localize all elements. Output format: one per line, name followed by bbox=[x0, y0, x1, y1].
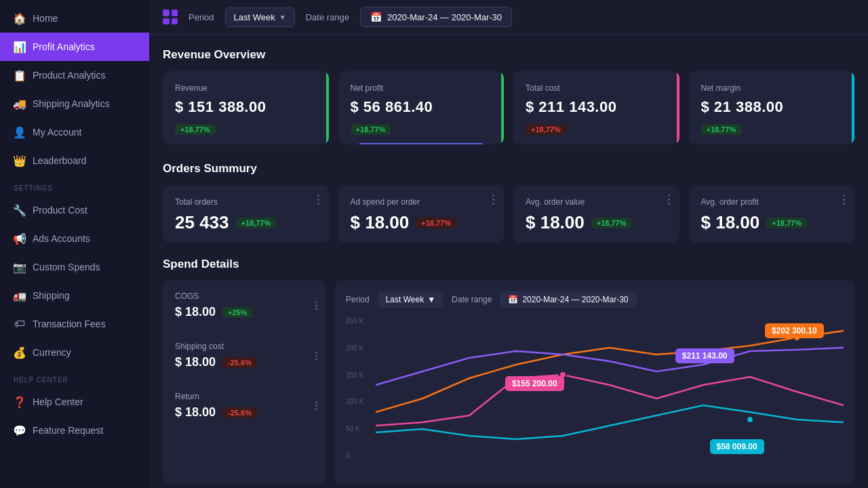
period-value: Last Week bbox=[234, 12, 275, 22]
sidebar-item-help-center[interactable]: ❓ Help Center bbox=[0, 388, 149, 416]
total-cost-accent bbox=[677, 71, 679, 144]
net-margin-badge: +18,77% bbox=[701, 124, 742, 135]
chevron-down-icon: ▼ bbox=[279, 14, 286, 21]
currency-icon: 💰 bbox=[14, 346, 26, 359]
dots-menu-cogs[interactable] bbox=[315, 301, 317, 310]
total-cost-label: Total cost bbox=[526, 83, 667, 93]
sidebar-item-profit-analytics[interactable]: 📊 Profit Analytics bbox=[0, 33, 149, 61]
spend-left-panel: COGS $ 18.00 +25% Shipping cost $ 18.00 bbox=[163, 281, 326, 484]
orders-row: Total orders 25 433 +18,77% Ad spend per… bbox=[163, 185, 854, 243]
chart-date-button[interactable]: 📅 2020-Mar-24 — 2020-Mar-30 bbox=[500, 291, 636, 308]
y-label-250k: 250 K bbox=[346, 317, 376, 325]
avg-order-value-badge: +18,77% bbox=[591, 218, 632, 228]
grid-icon bbox=[163, 9, 178, 24]
main-content: Period Last Week ▼ Date range 📅 2020-Mar… bbox=[149, 0, 868, 488]
chart-tooltip-pink: $155 200.00 bbox=[505, 376, 564, 391]
sidebar-label: Product Cost bbox=[33, 205, 87, 216]
net-profit-accent bbox=[501, 71, 504, 144]
section-title-orders: Orders Summury bbox=[163, 162, 854, 176]
net-margin-card: Net margin $ 21 388.00 +18,77% bbox=[689, 71, 855, 144]
spend-item-cogs: COGS $ 18.00 +25% bbox=[163, 281, 326, 331]
shipping-cost-value: $ 18.00 -25,6% bbox=[175, 355, 313, 369]
sidebar-item-ads-accounts[interactable]: 📢 Ads Accounts bbox=[0, 224, 149, 253]
profit-analytics-icon: 📊 bbox=[14, 41, 26, 53]
ad-spend-value: $ 18.00 +18,77% bbox=[351, 212, 492, 233]
sidebar-item-shipping-analytics[interactable]: 🚚 Shipping Analytics bbox=[0, 89, 149, 118]
period-select-button[interactable]: Last Week ▼ bbox=[225, 7, 295, 27]
chevron-down-icon: ▼ bbox=[427, 295, 435, 304]
dots-menu-return[interactable] bbox=[315, 401, 317, 410]
sidebar-label: Ads Accounts bbox=[33, 233, 90, 244]
spend-section: COGS $ 18.00 +25% Shipping cost $ 18.00 bbox=[163, 281, 854, 484]
spend-item-shipping: Shipping cost $ 18.00 -25,6% bbox=[163, 331, 326, 381]
home-icon: 🏠 bbox=[14, 12, 26, 24]
custom-spends-icon: 📷 bbox=[14, 261, 26, 273]
cogs-value: $ 18.00 +25% bbox=[175, 305, 313, 319]
calendar-icon: 📅 bbox=[370, 12, 382, 22]
total-orders-label: Total orders bbox=[175, 197, 317, 207]
section-title-spend: Spend Details bbox=[163, 258, 854, 271]
dots-menu-ad-spend[interactable] bbox=[492, 195, 494, 205]
chart-period-button[interactable]: Last Week ▼ bbox=[378, 291, 443, 308]
revenue-value: $ 151 388.00 bbox=[175, 98, 317, 116]
net-profit-label: Net profit bbox=[351, 83, 492, 93]
help-section-label: HELP CENTER bbox=[0, 367, 149, 388]
dot bbox=[492, 199, 494, 201]
total-cost-value: $ 211 143.00 bbox=[526, 98, 667, 116]
purple-line bbox=[376, 348, 844, 385]
ads-accounts-icon: 📢 bbox=[14, 232, 26, 245]
dot bbox=[492, 195, 494, 197]
sidebar-item-shipping[interactable]: 🚛 Shipping bbox=[0, 281, 149, 310]
sidebar-item-home[interactable]: 🏠 Home bbox=[0, 4, 149, 33]
dot bbox=[668, 203, 670, 205]
sidebar-item-product-cost[interactable]: 🔧 Product Cost bbox=[0, 196, 149, 224]
date-range-button[interactable]: 📅 2020-Mar-24 — 2020-Mar-30 bbox=[360, 7, 512, 27]
sidebar-label: Custom Spends bbox=[33, 262, 100, 272]
avg-order-profit-badge: +18,77% bbox=[766, 218, 807, 228]
chart-tooltip-cyan: $58 009.00 bbox=[710, 439, 764, 454]
chart-tooltip-purple: $211 143.00 bbox=[675, 348, 734, 363]
dot bbox=[315, 354, 317, 357]
sidebar-item-transaction-fees[interactable]: 🏷 Transaction Fees bbox=[0, 310, 149, 338]
chart-area: 250 K 200 K 150 K 100 K 50 K 0 bbox=[346, 317, 844, 473]
y-label-150k: 150 K bbox=[346, 371, 376, 379]
total-orders-badge: +18,77% bbox=[236, 218, 277, 228]
sidebar-label: Shipping Analytics bbox=[33, 98, 110, 109]
total-orders-value: 25 433 +18,77% bbox=[175, 212, 317, 233]
dots-menu-profit[interactable] bbox=[843, 195, 845, 205]
total-cost-card: Total cost $ 211 143.00 +18,77% bbox=[513, 71, 679, 144]
sidebar-label: Shipping bbox=[33, 290, 70, 301]
dot bbox=[315, 401, 317, 403]
y-label-0: 0 bbox=[346, 452, 376, 460]
total-cost-badge: +18,77% bbox=[526, 124, 566, 135]
pink-line bbox=[376, 375, 844, 426]
settings-section-label: SETTINGS bbox=[0, 175, 149, 196]
sidebar-label: Transaction Fees bbox=[33, 319, 106, 329]
sidebar-item-leaderboard[interactable]: 👑 Leaderboard bbox=[0, 146, 149, 175]
sidebar-label: Product Analytics bbox=[33, 70, 105, 81]
dot bbox=[843, 195, 845, 197]
shipping-cost-label: Shipping cost bbox=[175, 342, 313, 351]
y-label-50k: 50 K bbox=[346, 425, 376, 432]
cogs-label: COGS bbox=[175, 291, 313, 301]
orange-line bbox=[376, 331, 844, 412]
dot bbox=[317, 199, 319, 201]
sidebar-item-custom-spends[interactable]: 📷 Custom Spends bbox=[0, 253, 149, 281]
dot bbox=[315, 304, 317, 306]
cyan-dot bbox=[747, 416, 753, 423]
transaction-fees-icon: 🏷 bbox=[14, 318, 26, 330]
dots-menu-shipping[interactable] bbox=[315, 351, 317, 360]
sidebar-item-currency[interactable]: 💰 Currency bbox=[0, 338, 149, 367]
chart-period-label: Period bbox=[346, 295, 370, 304]
chart-tooltip-orange: $202 300.10 bbox=[765, 323, 824, 338]
help-center-icon: ❓ bbox=[14, 396, 26, 408]
feature-request-icon: 💬 bbox=[14, 424, 26, 436]
sidebar-item-product-analytics[interactable]: 📋 Product Analytics bbox=[0, 61, 149, 89]
sidebar-item-feature-request[interactable]: 💬 Feature Request bbox=[0, 416, 149, 445]
sidebar-item-my-account[interactable]: 👤 My Account bbox=[0, 118, 149, 146]
dots-menu-avg[interactable] bbox=[668, 195, 670, 205]
dots-menu-orders[interactable] bbox=[317, 195, 319, 205]
dot bbox=[315, 408, 317, 410]
return-badge: -25,6% bbox=[222, 407, 257, 418]
sidebar-label: Help Center bbox=[33, 396, 83, 407]
